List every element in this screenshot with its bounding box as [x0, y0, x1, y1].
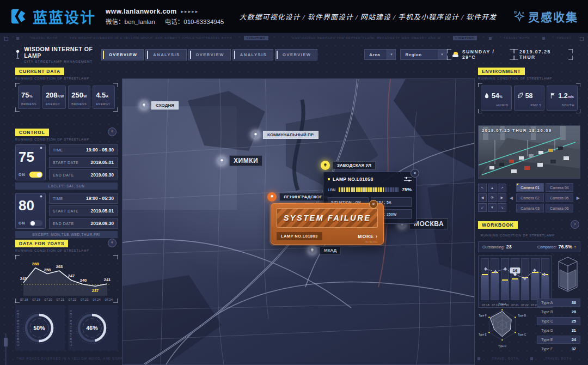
lamp-toggle[interactable] [29, 220, 42, 226]
control-panel: CONTROL RUNNING CONDITION OF STREETLAMP … [15, 126, 118, 235]
region-select[interactable]: Region ▾ [400, 49, 446, 60]
map-label-mkad[interactable]: МКАД [308, 246, 341, 255]
pan-left-button[interactable]: ◀ [478, 193, 487, 202]
camera-01-button[interactable]: Camera 01 [516, 183, 544, 192]
current-data-panel: CURRENT DATA RUNNING CONDITION OF STREET… [15, 65, 118, 123]
up-arrow-icon: ↑ [574, 245, 576, 250]
chevron-down-icon: ▾ [438, 50, 446, 59]
legend-row-type-e: Type E24 [537, 336, 580, 344]
page-title: WISDOM INTERNET OF LAMP [24, 46, 97, 59]
svg-text:Type D: Type D [498, 345, 507, 348]
collect-text: 灵感收集 [528, 8, 578, 25]
seven-days-chart: 243268258263247240237241 07.1807.1907.20… [15, 255, 118, 303]
legend-row-type-f: Type F37 [537, 345, 580, 353]
map-label-skhodnya[interactable]: СХОДНЯ [139, 101, 179, 110]
camera-panel: 2019.07.25 THUR 18:26:09 [478, 125, 580, 216]
svg-text:268: 268 [32, 261, 39, 266]
tab-analysis-2[interactable]: ANALYSIS [232, 49, 273, 60]
panel-badge: ENVIRONMENT [478, 68, 525, 75]
workbook-next-button[interactable]: › [571, 220, 579, 229]
pan-up-right-button[interactable]: ↗ [498, 184, 506, 192]
app-title-block: WISDOM INTERNET OF LAMP CITY STREETLAMP … [15, 46, 97, 63]
time-setting-row[interactable]: TIME 19:00 - 05:30 [49, 144, 118, 155]
map-label-kommunalny[interactable]: КОММУНАЛЬНЫЙ ПР. [251, 130, 318, 139]
control-add-button[interactable]: + [108, 127, 117, 136]
area-select[interactable]: Area ▾ [364, 49, 396, 60]
sun-cloud-icon [452, 52, 460, 57]
wind-card: 1.2m/s SOUTH [547, 86, 578, 111]
pan-down-button[interactable]: ▼ [488, 203, 497, 212]
popup-close-button[interactable]: ✕ [411, 169, 419, 178]
pan-down-right-button[interactable]: ↘ [498, 203, 506, 212]
camera-06-button[interactable]: Camera 06 [546, 204, 573, 212]
deco-strip-top: TRAVEL BOTH THE ROADS DIVERGED IN A YELL… [16, 36, 572, 40]
lamp-toggle[interactable] [29, 172, 42, 178]
panel-badge: WORKBOOK [478, 221, 518, 229]
camera-feed[interactable]: 2019.07.25 THUR 18:26:09 [478, 125, 580, 179]
svg-text:Type A: Type A [498, 303, 506, 306]
tab-overview-1[interactable]: OVERVIEW [101, 49, 144, 60]
gauge-value: 50% [22, 311, 57, 345]
pan-right-button[interactable]: ▶ [498, 193, 506, 202]
tab-analysis-1[interactable]: ANALYSIS [145, 49, 186, 60]
tab-overview-2[interactable]: OVERVIEW [188, 49, 231, 60]
lamp-pin-icon [321, 161, 330, 170]
comparison-gauge-1: COMPARISON FOR 50% [15, 305, 65, 351]
logo[interactable]: 蓝蓝设计 [10, 6, 96, 27]
city-map[interactable]: СХОДНЯ КОММУНАЛЬНЫЙ ПР. ХИМКИ ЗАВОДСКАЯ … [122, 78, 475, 365]
svg-text:241: 241 [104, 277, 111, 282]
stat-briness-pct: 75% BRINESS [18, 86, 40, 109]
legend-row-type-b: Type B28 [537, 308, 580, 316]
alert-more-button[interactable]: MORE › [358, 234, 378, 239]
lamp-pin-icon [139, 101, 149, 110]
date-display: 2019.07.25 THUR [514, 49, 573, 60]
site-contact: www.lanlanwork.com ▸▸▸▸▸ 微信：ben_lanlan 电… [106, 8, 224, 26]
sliders-icon[interactable] [404, 177, 412, 182]
reset-view-button[interactable]: ⟳ [488, 193, 497, 202]
alert-close-button[interactable]: ✕ [369, 200, 378, 209]
brightness-level-box: 75 ON [15, 144, 46, 180]
workbook-panel: WORKBOOK RUNNING CONDITION OF STREETLAMP… [478, 219, 580, 296]
compared-value: 76.5% [558, 244, 572, 250]
rail-marker [4, 37, 8, 41]
camera-03-button[interactable]: Camera 03 [516, 204, 544, 212]
gauge-value: 46% [75, 311, 109, 345]
camera-list: Camera 01 Camera 04 Camera 02 Camera 05 … [516, 183, 573, 212]
seven-days-panel: DATA FOR 7DAYS RUNNING CONDITION OF STRE… [15, 238, 118, 303]
camera-04-button[interactable]: Camera 04 [546, 183, 573, 192]
lbn-percent: 75% [402, 187, 412, 192]
left-rail-slider[interactable] [5, 333, 7, 365]
pan-down-left-button[interactable]: ↙ [478, 203, 487, 212]
inspiration-collect[interactable]: 灵感收集 [514, 8, 578, 25]
humidity-card: 54% HUMID [481, 86, 512, 111]
brightness-progress-bar[interactable] [339, 187, 399, 192]
svg-text:243: 243 [20, 276, 27, 281]
workbook-tooltip: 16 [510, 267, 520, 273]
phone-label: 电话：010-63334945 [165, 17, 224, 26]
logo-text: 蓝蓝设计 [33, 6, 96, 27]
camera-05-button[interactable]: Camera 05 [546, 193, 573, 202]
lamp-pin-icon [217, 156, 226, 166]
chevron-down-icon: ▾ [387, 50, 395, 59]
comparison-gauges: COMPARISON FOR 50% COMPARISON FOR 46% [15, 305, 118, 351]
cube-gauge-icon [556, 256, 580, 294]
camera-list-next-button[interactable]: ▶ [576, 196, 580, 200]
camera-list-prev-button[interactable]: ◀ [509, 196, 513, 200]
end-date-row[interactable]: END DATE 2019.09.30 [49, 218, 118, 229]
site-url[interactable]: www.lanlanwork.com [106, 8, 177, 15]
seven-days-expand-button[interactable]: + [108, 239, 117, 247]
left-column: CURRENT DATA RUNNING CONDITION OF STREET… [15, 65, 118, 351]
map-label-zavodskaya[interactable]: ЗАВОДСКАЯ УЛ [321, 161, 376, 170]
x-axis-labels: 07.1807.1907.2007.2107.2207.2307.2407.24 [17, 297, 116, 301]
start-date-row[interactable]: START DATE 2019.05.01 [49, 205, 118, 216]
end-date-row[interactable]: END DATE 2019.09.30 [49, 169, 118, 180]
tab-overview-3[interactable]: OVERVIEW [275, 49, 317, 60]
time-setting-row[interactable]: TIME 19:00 - 05:30 [49, 193, 118, 204]
start-date-row[interactable]: START DATE 2019.05.01 [49, 157, 118, 168]
right-column: ENVIRONMENT RUNNING CONDITION OF STREETL… [478, 65, 580, 351]
map-label-khimki[interactable]: ХИМКИ [217, 155, 262, 166]
camera-02-button[interactable]: Camera 02 [516, 193, 544, 202]
pan-up-left-button[interactable]: ↖ [478, 184, 487, 192]
radar-chart: Type AType BType CType DType EType F [478, 297, 535, 351]
pan-up-button[interactable]: ▲ [488, 184, 497, 192]
